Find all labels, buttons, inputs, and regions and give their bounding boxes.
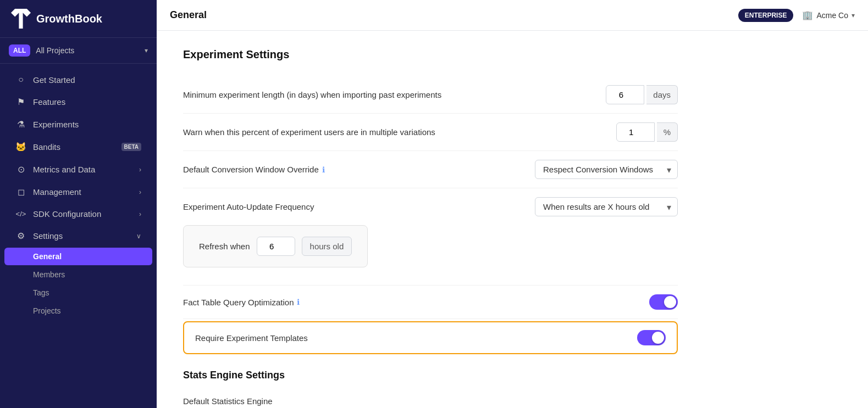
sidebar-subitem-label: Tags (33, 288, 49, 297)
sidebar-subitem-general[interactable]: General (4, 248, 152, 265)
require-templates-highlighted: Require Experiment Templates (183, 321, 678, 354)
sidebar-subitem-projects[interactable]: Projects (4, 302, 152, 320)
min-length-suffix: days (646, 85, 678, 104)
setting-row-warn-percent: Warn when this percent of experiment use… (183, 114, 678, 151)
setting-row-default-engine: Default Statistics Engine Bayesian Frequ… (183, 388, 678, 408)
sidebar-subitem-tags[interactable]: Tags (4, 284, 152, 301)
sidebar-item-sdk[interactable]: </> SDK Configuration › (4, 204, 152, 224)
settings-panel: Experiment Settings Minimum experiment l… (183, 48, 678, 408)
refresh-suffix: hours old (302, 237, 352, 256)
lightbulb-icon: ○ (15, 75, 26, 85)
default-engine-label: Default Statistics Engine (183, 396, 273, 406)
refresh-box: Refresh when hours old (183, 225, 368, 267)
projects-selector[interactable]: ALL All Projects ▾ (0, 38, 157, 64)
sidebar-item-label: Settings (33, 231, 130, 241)
require-templates-toggle[interactable] (637, 330, 666, 345)
sidebar-item-features[interactable]: ⚑ Features (4, 91, 152, 113)
sidebar-item-label: Experiments (33, 120, 141, 129)
refresh-label: Refresh when (199, 242, 250, 251)
sidebar-subitem-label: Projects (33, 306, 61, 315)
logo-text: GrowthBook (36, 13, 102, 25)
content-area: Experiment Settings Minimum experiment l… (157, 31, 868, 408)
sidebar-item-settings[interactable]: ⚙ Settings ∨ (4, 225, 152, 247)
org-chevron-icon: ▾ (852, 12, 855, 19)
sidebar-item-bandits[interactable]: 🐱 Bandits BETA (4, 136, 152, 158)
setting-label-require-templates: Require Experiment Templates (195, 333, 308, 343)
sidebar-item-label: Features (33, 97, 141, 107)
enterprise-badge: ENTERPRISE (738, 9, 794, 22)
beta-badge: BETA (121, 143, 141, 151)
chevron-right-icon: › (139, 210, 141, 218)
sidebar-item-label: Get Started (33, 75, 141, 85)
org-selector[interactable]: 🏢 Acme Co ▾ (802, 10, 855, 20)
projects-label: All Projects (36, 46, 139, 55)
sidebar-item-label: Management (33, 187, 132, 197)
min-length-input[interactable] (606, 85, 644, 104)
chevron-down-icon: ∨ (136, 232, 141, 240)
main-area: General ENTERPRISE 🏢 Acme Co ▾ Experimen… (157, 0, 868, 408)
setting-row-min-length: Minimum experiment length (in days) when… (183, 76, 678, 114)
info-icon[interactable]: ℹ (322, 165, 325, 174)
stats-engine-section: Stats Engine Settings Default Statistics… (183, 370, 678, 408)
info-icon-fact[interactable]: ℹ (297, 298, 300, 306)
flask-icon: ⚗ (15, 119, 26, 130)
sidebar-subitem-label: General (33, 252, 62, 261)
setting-control-min-length: days (606, 85, 678, 104)
gear-icon: ⚙ (15, 231, 26, 241)
sidebar-nav: ○ Get Started ⚑ Features ⚗ Experiments 🐱… (0, 64, 157, 408)
warn-percent-suffix: % (657, 122, 678, 142)
sidebar-item-label: Bandits (33, 142, 115, 152)
flag-icon: ⚑ (15, 97, 26, 107)
setting-label-conversion-window: Default Conversion Window Override ℹ (183, 165, 325, 174)
setting-label-min-length: Minimum experiment length (in days) when… (183, 90, 441, 99)
warn-percent-input[interactable] (616, 122, 655, 142)
settings-grid: Minimum experiment length (in days) when… (183, 76, 678, 356)
setting-label-warn-percent: Warn when this percent of experiment use… (183, 127, 435, 137)
toggle-slider (649, 294, 678, 310)
sidebar-item-management[interactable]: ◻ Management › (4, 181, 152, 203)
sidebar-subitem-members[interactable]: Members (4, 266, 152, 283)
setting-row-fact-table: Fact Table Query Optimization ℹ (183, 286, 678, 319)
topbar: General ENTERPRISE 🏢 Acme Co ▾ (157, 0, 868, 31)
conversion-window-select[interactable]: Respect Conversion Windows Ignore Conver… (535, 160, 678, 179)
fact-table-toggle[interactable] (649, 294, 678, 310)
conversion-window-wrapper: Respect Conversion Windows Ignore Conver… (535, 160, 678, 179)
management-icon: ◻ (15, 187, 26, 197)
projects-badge: ALL (9, 44, 30, 57)
auto-update-select[interactable]: When results are X hours old Never Alway… (535, 197, 678, 216)
bandits-icon: 🐱 (15, 142, 26, 152)
stats-engine-title: Stats Engine Settings (183, 370, 678, 381)
page-title: General (170, 9, 207, 21)
org-icon: 🏢 (802, 10, 813, 20)
metrics-icon: ⊙ (15, 164, 26, 175)
sdk-icon: </> (15, 210, 26, 218)
setting-row-require-templates: Require Experiment Templates (183, 319, 678, 356)
auto-update-wrapper: When results are X hours old Never Alway… (535, 197, 678, 216)
sidebar: GrowthBook ALL All Projects ▾ ○ Get Star… (0, 0, 157, 408)
chevron-right-icon: › (139, 166, 141, 174)
sidebar-header: GrowthBook (0, 0, 157, 38)
sidebar-subitem-label: Members (33, 270, 65, 279)
logo-icon (11, 9, 31, 29)
topbar-right: ENTERPRISE 🏢 Acme Co ▾ (738, 9, 855, 22)
chevron-right-icon: › (139, 188, 141, 196)
toggle-slider (637, 330, 666, 345)
org-name: Acme Co (816, 11, 848, 20)
setting-row-auto-update: Experiment Auto-Update Frequency When re… (183, 188, 678, 286)
setting-row-conversion-window: Default Conversion Window Override ℹ Res… (183, 151, 678, 188)
setting-label-fact-table: Fact Table Query Optimization ℹ (183, 298, 300, 307)
freq-row-inner: Experiment Auto-Update Frequency When re… (183, 197, 678, 216)
sidebar-item-get-started[interactable]: ○ Get Started (4, 69, 152, 90)
sidebar-item-label: SDK Configuration (33, 209, 132, 219)
sidebar-item-label: Metrics and Data (33, 165, 132, 174)
setting-label-auto-update: Experiment Auto-Update Frequency (183, 202, 314, 211)
sidebar-item-metrics[interactable]: ⊙ Metrics and Data › (4, 159, 152, 180)
projects-chevron: ▾ (145, 47, 148, 54)
setting-control-warn-percent: % (616, 122, 678, 142)
refresh-hours-input[interactable] (257, 237, 295, 256)
sidebar-item-experiments[interactable]: ⚗ Experiments (4, 114, 152, 135)
section-title: Experiment Settings (183, 48, 678, 61)
